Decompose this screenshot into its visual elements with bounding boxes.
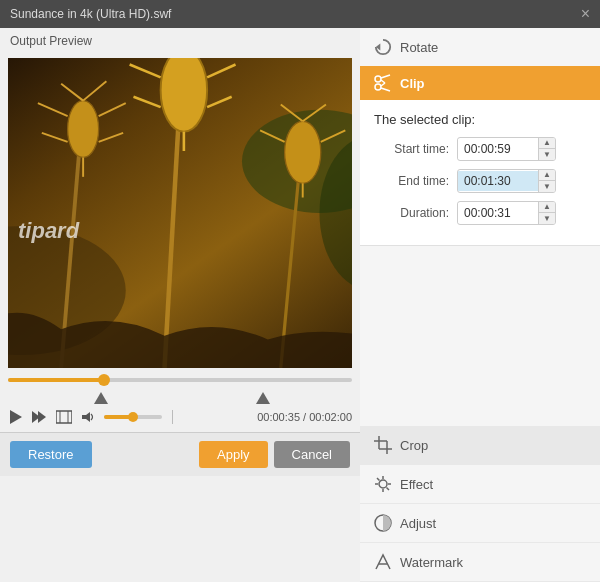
svg-line-42: [381, 83, 385, 86]
effect-tool-item[interactable]: Effect: [360, 465, 600, 504]
effect-label: Effect: [400, 477, 433, 492]
progress-track[interactable]: [8, 378, 352, 382]
window-title: Sundance in 4k (Ultra HD).swf: [10, 7, 171, 21]
main-layout: Output Preview: [0, 28, 600, 582]
progress-handle[interactable]: [98, 374, 110, 386]
close-button[interactable]: ×: [581, 6, 590, 22]
duration-spinners: ▲ ▼: [538, 202, 555, 224]
svg-line-40: [381, 88, 390, 91]
end-time-input[interactable]: [458, 171, 538, 191]
svg-line-52: [377, 478, 380, 481]
video-area: tipard: [8, 58, 352, 368]
start-time-spinners: ▲ ▼: [538, 138, 555, 160]
tipard-watermark: tipard: [18, 218, 79, 244]
scissors-icon: [374, 74, 392, 92]
title-bar: Sundance in 4k (Ultra HD).swf ×: [0, 0, 600, 28]
cancel-button[interactable]: Cancel: [274, 441, 350, 468]
content-row: Output Preview: [0, 28, 600, 582]
svg-point-37: [375, 76, 381, 82]
spacer: [360, 246, 600, 426]
clip-details-title: The selected clip:: [374, 112, 586, 127]
bottom-actions: Restore Apply Cancel: [0, 432, 360, 476]
duration-down[interactable]: ▼: [539, 213, 555, 224]
clip-start-marker[interactable]: [94, 392, 108, 404]
watermark-label: Watermark: [400, 555, 463, 570]
svg-point-47: [379, 480, 387, 488]
controls-section: 00:00:35 / 00:02:00: [0, 368, 360, 432]
svg-line-53: [387, 488, 390, 491]
start-time-row: Start time: ▲ ▼: [374, 137, 586, 161]
svg-marker-29: [10, 410, 22, 424]
end-time-down[interactable]: ▼: [539, 181, 555, 192]
adjust-icon: [374, 514, 392, 532]
crop-tool-item[interactable]: Crop: [360, 426, 600, 465]
svg-line-39: [381, 75, 390, 78]
svg-point-38: [375, 84, 381, 90]
duration-input[interactable]: [458, 203, 538, 223]
end-time-label: End time:: [374, 174, 449, 188]
start-time-down[interactable]: ▼: [539, 149, 555, 160]
adjust-tool-item[interactable]: Adjust: [360, 504, 600, 543]
svg-marker-35: [82, 412, 90, 422]
start-time-label: Start time:: [374, 142, 449, 156]
svg-point-5: [68, 101, 99, 158]
apply-button[interactable]: Apply: [199, 441, 268, 468]
play-button[interactable]: [8, 408, 24, 426]
duration-row: Duration: ▲ ▼: [374, 201, 586, 225]
watermark-tool-item[interactable]: Watermark: [360, 543, 600, 582]
rotate-tool-item[interactable]: Rotate: [360, 28, 600, 66]
crop-icon: [374, 436, 392, 454]
left-panel: Output Preview: [0, 28, 360, 582]
restore-button[interactable]: Restore: [10, 441, 92, 468]
clip-end-marker[interactable]: [256, 392, 270, 404]
svg-point-14: [161, 58, 208, 132]
duration-input-wrapper: ▲ ▼: [457, 201, 556, 225]
progress-fill: [8, 378, 104, 382]
clip-mode-button[interactable]: [54, 408, 74, 426]
volume-icon[interactable]: [80, 409, 98, 425]
clip-label: Clip: [400, 76, 425, 91]
duration-label: Duration:: [374, 206, 449, 220]
divider: [172, 410, 173, 424]
step-forward-button[interactable]: [30, 409, 48, 425]
output-preview-label: Output Preview: [0, 28, 360, 54]
start-time-up[interactable]: ▲: [539, 138, 555, 149]
end-time-row: End time: ▲ ▼: [374, 169, 586, 193]
video-content: [8, 58, 352, 368]
start-time-input[interactable]: [458, 139, 538, 159]
right-panel: Rotate Clip The select: [360, 28, 600, 582]
crop-label: Crop: [400, 438, 428, 453]
rotate-icon: [374, 38, 392, 56]
volume-track[interactable]: [104, 415, 162, 419]
action-buttons: Apply Cancel: [199, 441, 350, 468]
time-display: 00:00:35 / 00:02:00: [257, 411, 352, 423]
playback-controls: 00:00:35 / 00:02:00: [8, 406, 352, 428]
end-time-spinners: ▲ ▼: [538, 170, 555, 192]
clip-tool-item[interactable]: Clip: [360, 66, 600, 100]
duration-up[interactable]: ▲: [539, 202, 555, 213]
end-time-up[interactable]: ▲: [539, 170, 555, 181]
start-time-input-wrapper: ▲ ▼: [457, 137, 556, 161]
svg-point-23: [285, 121, 321, 183]
rotate-label: Rotate: [400, 40, 438, 55]
end-time-input-wrapper: ▲ ▼: [457, 169, 556, 193]
clip-details: The selected clip: Start time: ▲ ▼ End t…: [360, 100, 600, 246]
svg-marker-31: [38, 411, 46, 423]
effect-icon: [374, 475, 392, 493]
adjust-label: Adjust: [400, 516, 436, 531]
watermark-icon: [374, 553, 392, 571]
video-thumbnail: tipard: [8, 58, 352, 368]
volume-handle[interactable]: [128, 412, 138, 422]
svg-rect-32: [56, 411, 72, 423]
